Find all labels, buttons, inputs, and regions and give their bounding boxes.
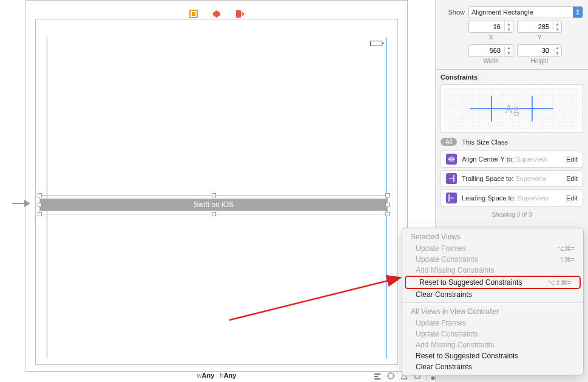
preview-vline-right	[532, 96, 533, 121]
show-select[interactable]: Alignment Rectangle ▲▼	[468, 6, 583, 18]
menu-update-constraints-all[interactable]: Update Constraints	[402, 329, 583, 339]
height-input[interactable]	[518, 47, 550, 54]
menu-update-frames[interactable]: Update Frames⌥⌘=	[402, 243, 583, 254]
select-arrows-icon: ▲▼	[573, 7, 583, 18]
x-input[interactable]	[469, 23, 502, 30]
menu-section-header: All Views in View Controller	[402, 305, 583, 318]
svg-rect-1	[192, 12, 195, 16]
align-tool-icon[interactable]	[373, 371, 382, 381]
x-sublabel: X	[468, 34, 513, 41]
svg-rect-7	[374, 373, 380, 375]
resize-handle-tl[interactable]	[38, 193, 42, 197]
showing-text: Showing 3 of 3	[436, 209, 588, 220]
svg-rect-9	[374, 378, 380, 380]
width-input[interactable]	[469, 47, 502, 54]
constraint-label: Align Center Y to: Superview	[462, 155, 561, 163]
svg-rect-8	[374, 376, 378, 377]
pin-tool-icon[interactable]	[386, 371, 396, 381]
constraint-label: Trailing Space to: Superview	[462, 175, 561, 182]
y-input[interactable]	[518, 23, 550, 30]
constraint-center-y[interactable]: Align Center Y to: Superview Edit	[441, 151, 583, 168]
battery-icon	[370, 41, 382, 46]
width-sublabel: Width	[468, 58, 513, 64]
edit-button[interactable]: Edit	[566, 155, 578, 163]
storyboard-canvas[interactable]	[25, 0, 408, 372]
menu-divider	[402, 302, 583, 303]
view-controller-frame[interactable]	[35, 19, 398, 365]
preview-ag-text: Ag	[504, 102, 519, 116]
y-stepper[interactable]: ▲▼	[553, 21, 561, 32]
menu-clear-constraints[interactable]: Clear Constraints	[402, 289, 583, 300]
svg-rect-2	[236, 10, 241, 18]
edit-button[interactable]: Edit	[566, 194, 578, 202]
y-sublabel: Y	[517, 34, 562, 41]
show-label: Show	[441, 9, 465, 16]
section-divider	[436, 69, 588, 70]
sizeclass-h-value: Any	[224, 372, 237, 379]
file-owner-icon[interactable]	[189, 9, 198, 19]
trailing-icon	[446, 173, 457, 184]
x-stepper[interactable]: ▲▼	[504, 21, 513, 32]
resize-handle-bc[interactable]	[212, 212, 216, 216]
svg-rect-10	[388, 373, 393, 378]
size-class-bar[interactable]: wAny hAny	[25, 372, 408, 382]
y-field[interactable]: ▲▼	[517, 21, 562, 33]
height-field[interactable]: ▲▼	[517, 44, 562, 56]
resize-handle-bl[interactable]	[38, 212, 42, 216]
menu-add-missing-all[interactable]: Add Missing Constraints	[402, 339, 583, 350]
height-sublabel: Height	[517, 58, 562, 64]
svg-marker-4	[24, 200, 30, 207]
resize-handle-tc[interactable]	[212, 193, 216, 197]
svg-rect-19	[431, 377, 434, 380]
sizeclass-w-prefix: w	[197, 372, 202, 379]
resize-handle-mr[interactable]	[385, 203, 390, 207]
leading-icon	[446, 193, 457, 203]
constraints-header: Constraints	[436, 71, 588, 82]
highlighted-box: Reset to Suggested Constraints⌥⇧⌘=	[405, 276, 581, 289]
menu-update-constraints[interactable]: Update Constraints⇧⌘=	[402, 254, 583, 265]
width-stepper[interactable]: ▲▼	[504, 45, 513, 56]
menu-section-header: Selected Views	[402, 231, 583, 243]
resolve-constraints-menu[interactable]: Selected Views Update Frames⌥⌘= Update C…	[402, 228, 584, 375]
label-text: Swift on iOS	[194, 200, 234, 209]
width-field[interactable]: ▲▼	[468, 44, 513, 56]
center-y-icon	[446, 154, 457, 165]
edit-button[interactable]: Edit	[566, 175, 578, 182]
all-pill[interactable]: All	[441, 138, 457, 146]
constraint-leading[interactable]: Leading Space to: Superview Edit	[441, 189, 583, 206]
menu-add-missing[interactable]: Add Missing Constraints	[402, 265, 583, 276]
preview-vline-left	[491, 96, 492, 121]
first-responder-icon[interactable]	[212, 9, 221, 19]
menu-reset-suggested[interactable]: Reset to Suggested Constraints⌥⇧⌘=	[406, 277, 580, 288]
height-stepper[interactable]: ▲▼	[553, 45, 561, 56]
selected-label-element[interactable]: Swift on iOS	[38, 193, 390, 216]
x-field[interactable]: ▲▼	[468, 21, 513, 33]
resize-handle-br[interactable]	[385, 212, 390, 216]
exit-icon[interactable]	[235, 9, 245, 19]
resize-handle-ml[interactable]	[38, 203, 42, 207]
menu-reset-suggested-all[interactable]: Reset to Suggested Constraints	[402, 350, 583, 361]
size-class-text: This Size Class	[462, 138, 508, 146]
menu-clear-constraints-all[interactable]: Clear Constraints	[402, 361, 583, 372]
sizeclass-w-value: Any	[202, 372, 215, 379]
label-view[interactable]: Swift on iOS	[40, 199, 387, 211]
size-class-row: All This Size Class	[436, 135, 588, 148]
constraint-trailing[interactable]: Trailing Space to: Superview Edit	[441, 170, 583, 187]
show-select-value: Alignment Rectangle	[471, 9, 533, 16]
menu-update-frames-all[interactable]: Update Frames	[402, 318, 583, 329]
constraint-preview[interactable]: Ag	[441, 84, 583, 133]
constraint-label: Leading Space to: Superview	[462, 194, 561, 202]
entry-arrow-icon	[12, 196, 32, 211]
canvas-toolbar	[26, 9, 407, 19]
resize-handle-tr[interactable]	[385, 193, 390, 197]
